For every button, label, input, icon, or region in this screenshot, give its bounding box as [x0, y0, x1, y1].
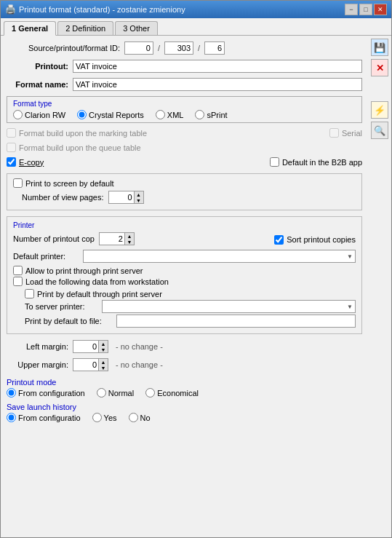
sep-2: / — [198, 44, 200, 52]
view-pages-label: Number of view pages: — [22, 193, 104, 202]
view-pages-row: Number of view pages: ▲ ▼ — [13, 191, 356, 204]
view-pages-input[interactable] — [108, 191, 135, 204]
copies-row: Number of printout cop ▲ ▼ — [13, 232, 135, 245]
minimize-button[interactable]: − — [345, 4, 358, 15]
printout-row: Printout: — [7, 60, 362, 73]
tab-bar: 1 General 2 Definition 3 Other — [1, 18, 391, 36]
search-button[interactable]: 🔍 — [371, 122, 388, 139]
radio-from-config: From configuration — [7, 388, 85, 397]
radio-history-no-label: No — [140, 414, 151, 422]
marking-table-row: Format build upon the marking table — [7, 128, 147, 138]
cancel-button[interactable]: ✕ — [371, 59, 388, 76]
view-pages-down[interactable]: ▼ — [135, 197, 143, 203]
close-button[interactable]: ✕ — [374, 4, 387, 15]
default-printer-label: Default printer: — [13, 252, 79, 261]
default-printer-select[interactable]: ▼ — [83, 250, 356, 263]
tab-definition[interactable]: 2 Definition — [57, 21, 113, 35]
load-workstation-checkbox[interactable] — [13, 277, 23, 286]
radio-history-from-config: From configuratio — [7, 413, 81, 422]
default-b2b-row: Default in the B2B app — [270, 157, 362, 167]
left-margin-spinner: ▲ ▼ — [73, 340, 108, 353]
copies-label: Number of printout cop — [13, 234, 95, 243]
print-default-server-checkbox[interactable] — [25, 289, 34, 298]
upper-margin-down[interactable]: ▼ — [99, 365, 108, 371]
printer-section: Printer Number of printout cop ▲ ▼ — [7, 216, 362, 334]
radio-sprint: sPrint — [195, 110, 227, 119]
format-type-radios: Clarion RW Crystal Reports XML sPrint — [13, 110, 356, 119]
printer-dropdown-icon: ▼ — [347, 253, 353, 260]
sidebar: 💾 ✕ ⚡ 🔍 — [368, 36, 391, 537]
load-workstation-label: Load the following data from workstation — [25, 277, 169, 286]
printout-mode-title: Printout mode — [7, 378, 362, 387]
printer-title: Printer — [13, 221, 356, 229]
marking-table-checkbox[interactable] — [7, 128, 16, 138]
radio-crystal-label: Crystal Reports — [89, 111, 144, 119]
radio-history-no-input[interactable] — [129, 413, 138, 422]
title-bar: 🖨️ Printout format (standard) - zostanie… — [1, 1, 391, 18]
ecopy-label: E-copy — [19, 158, 44, 167]
source-label: Source/printout/format ID: — [28, 44, 120, 52]
sort-copies-checkbox[interactable] — [274, 235, 284, 245]
source-input-2[interactable] — [164, 41, 193, 55]
copies-up[interactable]: ▲ — [125, 233, 134, 239]
cancel-icon: ✕ — [376, 63, 384, 74]
sort-copies-label: Sort printout copies — [287, 235, 356, 244]
tab-general[interactable]: 1 General — [4, 21, 56, 36]
default-b2b-checkbox[interactable] — [270, 157, 279, 167]
ecopy-row: E-copy — [7, 157, 44, 167]
print-to-file-input[interactable] — [116, 315, 356, 328]
maximize-button[interactable]: □ — [359, 4, 372, 15]
radio-from-config-input[interactable] — [7, 388, 16, 397]
radio-clarion-input[interactable] — [13, 110, 23, 119]
tab-other[interactable]: 3 Other — [115, 21, 158, 35]
lightning-button[interactable]: ⚡ — [371, 101, 388, 119]
radio-sprint-label: sPrint — [207, 111, 227, 119]
left-margin-up[interactable]: ▲ — [99, 341, 108, 347]
format-type-label: Format type — [13, 100, 356, 108]
queue-table-checkbox[interactable] — [7, 143, 16, 152]
radio-xml-label: XML — [167, 111, 184, 119]
printout-label: Printout: — [7, 62, 68, 71]
printout-mode-section: Printout mode From configuration Normal … — [7, 378, 362, 397]
ecopy-checkbox[interactable] — [7, 157, 16, 167]
radio-xml: XML — [156, 110, 184, 119]
copies-input[interactable] — [99, 232, 125, 245]
radio-history-yes-label: Yes — [104, 414, 117, 422]
radio-crystal: Crystal Reports — [77, 110, 144, 119]
radio-normal-input[interactable] — [97, 388, 106, 397]
serial-checkbox[interactable] — [329, 128, 339, 138]
radio-economical-input[interactable] — [145, 388, 155, 397]
radio-history-from-config-input[interactable] — [7, 413, 16, 422]
print-screen-row: Print to screen by default — [13, 178, 356, 188]
copies-down[interactable]: ▼ — [125, 239, 134, 245]
upper-margin-spinner: ▲ ▼ — [73, 358, 108, 371]
source-row: Source/printout/format ID: / / — [7, 41, 362, 55]
upper-margin-input[interactable] — [73, 358, 99, 371]
to-server-row: To server printer: ▼ — [25, 300, 356, 313]
window-icon: 🖨️ — [5, 4, 16, 15]
upper-margin-up[interactable]: ▲ — [99, 359, 108, 365]
left-margin-input[interactable] — [73, 340, 99, 353]
left-margin-label: Left margin: — [7, 342, 68, 351]
main-panel: Source/printout/format ID: / / Printout:… — [1, 36, 368, 537]
radio-crystal-input[interactable] — [77, 110, 87, 119]
radio-sprint-input[interactable] — [195, 110, 204, 119]
allow-print-server-checkbox[interactable] — [13, 266, 23, 275]
default-b2b-label: Default in the B2B app — [282, 158, 362, 167]
format-name-input[interactable] — [73, 78, 362, 91]
source-input-1[interactable] — [124, 41, 153, 55]
printout-input[interactable] — [73, 60, 362, 73]
to-server-select[interactable]: ▼ — [102, 300, 356, 313]
radio-history-yes: Yes — [92, 413, 117, 422]
window-title: Printout format (standard) - zostanie zm… — [19, 5, 185, 14]
print-default-server-label: Print by default through print server — [37, 290, 162, 298]
format-type-group: Format type Clarion RW Crystal Reports X… — [7, 96, 362, 123]
left-margin-down[interactable]: ▼ — [99, 347, 108, 352]
radio-xml-input[interactable] — [156, 110, 165, 119]
view-pages-up[interactable]: ▲ — [135, 191, 143, 197]
save-button[interactable]: 💾 — [371, 39, 388, 56]
upper-margin-row: Upper margin: ▲ ▼ - no change - — [7, 358, 362, 371]
print-screen-checkbox[interactable] — [13, 178, 23, 188]
radio-history-yes-input[interactable] — [92, 413, 102, 422]
source-input-3[interactable] — [204, 41, 225, 55]
